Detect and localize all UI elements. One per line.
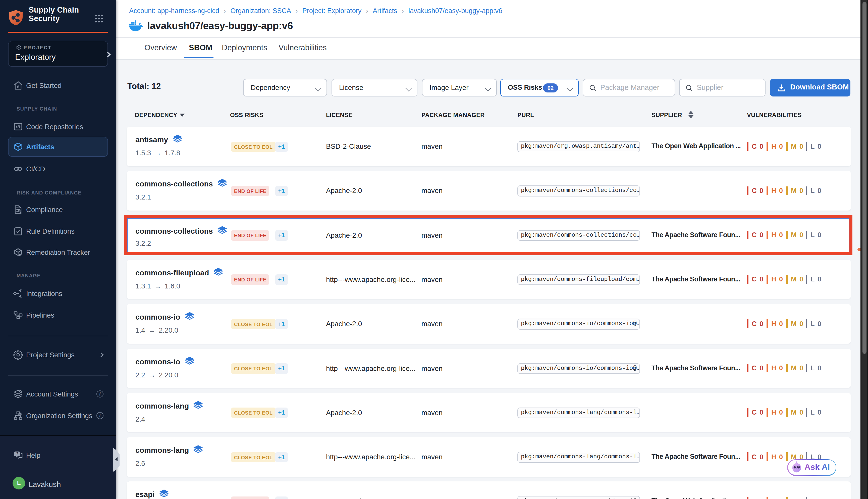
svg-text:?: ? [16, 451, 18, 456]
